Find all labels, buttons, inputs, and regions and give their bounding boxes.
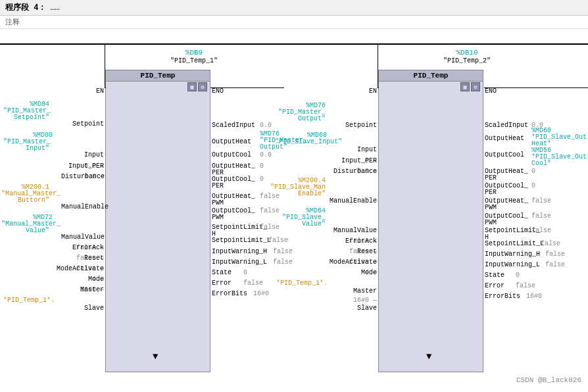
b2-en-label: EN (335, 87, 377, 95)
b1-state-val: 0 (243, 268, 247, 276)
b2-mode-name: Mode (345, 268, 377, 276)
b2-errorbits-val: 16#0 (526, 292, 542, 300)
b2-master-varname: *PID_Temp_1*. (275, 279, 328, 287)
b1-mode-name: Mode (74, 275, 104, 283)
b2-eno-line (484, 87, 588, 88)
b2-inwh-val: false (545, 250, 565, 258)
b2-inwh-name: InputWarning_H (485, 250, 540, 258)
b2-outheatpwm-name2: PWM (485, 203, 497, 211)
b1-spliml-name: SetpointLimit_L (212, 236, 271, 244)
b2-mv-name: ManualValue (332, 226, 377, 234)
b2-inwl-val: false (545, 260, 565, 268)
b1-modeact-name: ModeActivate (55, 264, 104, 272)
b2-outcoolper-name2: PER (485, 188, 497, 196)
b1-scaledinput-val: 0.0 (260, 121, 272, 129)
b2-outheatpwm-val: false (531, 197, 551, 205)
b2-inputper-name: Input_PER (333, 157, 377, 164)
b1-reset-name: Reset (68, 254, 104, 262)
b1-slave-name: Slave (68, 304, 104, 312)
b2-outcoolper-val: 0 (531, 182, 535, 189)
b1-outcool-name: OutputCool (212, 151, 251, 159)
b1-en-hline (105, 87, 106, 88)
comment-label: 注释 (5, 18, 20, 26)
b1-input-name: Input (61, 151, 104, 159)
block2-icon2[interactable]: ⚙ (471, 82, 480, 91)
b1-mv-varname2: Value" (1, 226, 49, 234)
b2-error-val: false (516, 282, 535, 289)
b1-errorbits-name: ErrorBits (212, 289, 247, 297)
b1-dist-name: Disturbance (61, 172, 104, 180)
block1-icon1[interactable]: ▦ (187, 82, 197, 91)
b1-outcoolper-name2: PER (212, 182, 224, 189)
b1-error-val: false (243, 279, 263, 287)
b2-outheatper-val: 0 (531, 167, 535, 175)
block1-box: PID_Temp ▦ ⚙ (105, 70, 210, 372)
b1-inwh-val: false (273, 247, 293, 255)
b1-en-vline (105, 43, 105, 88)
b1-input-varname2: Input" (3, 144, 49, 152)
b1-scroll-arrow[interactable]: ▼ (153, 351, 158, 362)
b1-me-varname2: Buttorn" (1, 196, 49, 204)
b2-outcool-varname2: Cool* (531, 159, 551, 167)
b1-inwh-name: InputWarning_H (212, 247, 267, 255)
b1-setpoint-varname2: Setpoint" (3, 113, 49, 121)
b1-mv-name: ManualValue (61, 233, 104, 241)
b2-en-rail (283, 43, 379, 44)
block2-icon1[interactable]: ▦ (460, 82, 470, 91)
b2-mv-varname2: Value" (273, 220, 326, 228)
b2-scroll-arrow[interactable]: ▼ (426, 351, 431, 362)
b1-outcoolpwm-name2: PWM (212, 213, 224, 221)
block1-icon2[interactable]: ⚙ (198, 82, 207, 91)
watermark: CSDN @B_lack026 (516, 376, 581, 384)
b1-inwl-name: InputWarning_L (212, 258, 267, 266)
block2-type: PID_Temp (379, 70, 483, 82)
b2-splimh-val: false (531, 226, 551, 234)
b1-inwl-val: false (273, 258, 293, 266)
b1-spliml-val: false (268, 236, 288, 244)
b1-state-name: State (212, 268, 232, 276)
b1-error-name: Error (212, 279, 232, 287)
b2-setpoint-varname2: Output" (276, 114, 326, 122)
b1-en-rail (0, 43, 105, 44)
b1-errorbits-val: 16#0 (253, 289, 269, 297)
b1-outheatpwm-name2: PWM (212, 199, 224, 207)
b1-scaledinput-name: ScaledInput (212, 121, 255, 129)
b2-dist-name: Disturbance (333, 167, 377, 175)
b1-eno-line (210, 87, 284, 88)
b2-reset-name: Reset (341, 247, 377, 255)
b2-outcoolpwm-name2: PWM (485, 218, 497, 226)
b2-input-varname: "PID_Slave_Input" (275, 137, 327, 145)
b2-spliml-val: false (541, 239, 560, 247)
b2-modeact-name: ModeActivate (326, 258, 377, 266)
b1-outcool-val: 0.0 (260, 151, 272, 159)
b1-master-name: Master (68, 285, 104, 293)
block1-type: PID_Temp (106, 70, 210, 82)
b2-slave-val: 16#0 — (318, 296, 377, 304)
b2-outheatper-name2: PER (485, 174, 497, 182)
b1-inputper-name: Input_PER (61, 162, 104, 170)
b2-errorack-name: ErrorAck (334, 237, 377, 245)
b1-outheat-name: OutputHeat (212, 137, 251, 145)
b2-me-name: ManualEnable (328, 197, 377, 205)
block1-icons: ▦ ⚙ (106, 82, 210, 92)
b2-spliml-name: SetpointLimit_L (485, 239, 544, 247)
b2-me-varname2: Enable" (270, 189, 326, 197)
b1-outheatper-val: 0 (260, 162, 264, 170)
b1-slave-varname: *PID_Temp_1*. (3, 296, 49, 304)
b2-en-hline (378, 87, 379, 88)
b2-errorbits-name: ErrorBits (485, 292, 520, 300)
b2-input-name: Input (333, 145, 377, 153)
b1-en-label: EN (61, 87, 104, 95)
b1-setpoint-name: Setpoint (61, 120, 104, 128)
block1-db: %DB9 "PID_Temp_1" (141, 49, 247, 64)
ladder-diagram: %DB9 "PID_Temp_1" PID_Temp ▦ ⚙ EN %MD84 … (0, 29, 588, 389)
b2-state-name: State (485, 271, 504, 279)
b2-state-val: 0 (516, 271, 520, 279)
block2-box: PID_Temp ▦ ⚙ (378, 70, 483, 372)
block2-db: %DB10 "PID_Temp_2" (414, 49, 520, 64)
b1-me-name: ManualEnable (61, 203, 104, 210)
segment-dots: …… (50, 3, 59, 12)
b2-error-name: Error (485, 282, 504, 289)
b2-outcool-name: OutputCool (485, 151, 524, 159)
b1-outcoolper-val: 0 (260, 175, 264, 183)
